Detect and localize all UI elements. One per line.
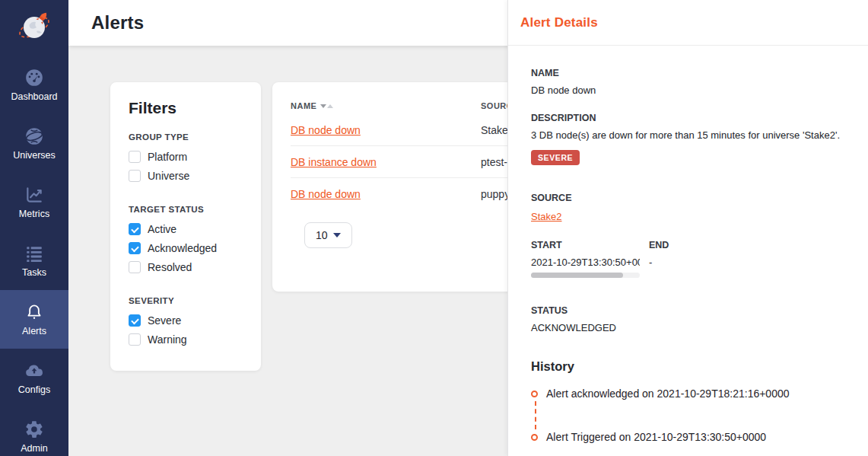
- history-item-text: Alert acknowledged on 2021-10-29T18:21:1…: [546, 387, 790, 400]
- history-item: Alert Triggered on 2021-10-29T13:30:50+0…: [531, 431, 848, 443]
- alert-name-link[interactable]: DB instance down: [291, 156, 377, 168]
- table-row[interactable]: DB instance down ptest-: [291, 146, 540, 178]
- filter-option-acknowledged[interactable]: Acknowledged: [129, 242, 243, 254]
- detail-status-value: ACKNOWLEDGED: [531, 322, 848, 333]
- alert-name-link[interactable]: DB node down: [291, 188, 361, 200]
- sidebar-item-configs[interactable]: Configs: [0, 349, 68, 407]
- column-header-name-label: NAME: [291, 101, 316, 110]
- timeline-dot-icon: [531, 391, 538, 397]
- filter-option-resolved[interactable]: Resolved: [129, 261, 243, 273]
- history-timeline: Alert acknowledged on 2021-10-29T18:21:1…: [531, 387, 848, 443]
- severity-badge: SEVERE: [531, 150, 580, 165]
- alert-details-body: NAME DB node down DESCRIPTION 3 DB node(…: [508, 46, 868, 443]
- sidebar-item-label: Alerts: [22, 326, 46, 336]
- detail-description-value: 3 DB node(s) are down for more than 15 m…: [531, 129, 848, 141]
- bell-icon: [24, 302, 44, 322]
- sidebar-item-label: Universes: [13, 150, 56, 161]
- checkbox[interactable]: [129, 223, 141, 235]
- sidebar: Dashboard Universes Metrics Tasks Alerts…: [0, 0, 68, 456]
- alert-details-panel: Alert Details NAME DB node down DESCRIPT…: [507, 0, 868, 456]
- checkbox[interactable]: [129, 314, 141, 327]
- cloud-upload-icon: [24, 361, 44, 381]
- filter-option-active[interactable]: Active: [129, 223, 243, 235]
- checkbox-label: Resolved: [148, 261, 192, 273]
- detail-name-value: DB node down: [531, 85, 848, 96]
- detail-end-value: -: [649, 257, 669, 268]
- sort-asc-icon: [327, 104, 333, 108]
- table-row[interactable]: DB node down Stake: [291, 114, 540, 146]
- sidebar-item-metrics[interactable]: Metrics: [0, 173, 68, 231]
- detail-time-row: START 2021-10-29T13:30:50+0000 END -: [531, 240, 848, 278]
- detail-end-label: END: [649, 240, 669, 250]
- sidebar-item-universes[interactable]: Universes: [0, 114, 68, 173]
- chevron-down-icon: [333, 233, 341, 238]
- checkbox-label: Active: [148, 223, 176, 235]
- checkbox[interactable]: [129, 242, 141, 254]
- checkbox-label: Severe: [148, 314, 181, 327]
- detail-status-block: STATUS ACKNOWLEDGED: [531, 305, 848, 333]
- checkbox-label: Warning: [148, 333, 187, 346]
- checkbox-label: Universe: [148, 170, 189, 182]
- detail-end-block: END -: [649, 240, 669, 278]
- sidebar-item-alerts[interactable]: Alerts: [0, 290, 68, 349]
- detail-start-block: START 2021-10-29T13:30:50+0000: [531, 240, 649, 278]
- list-icon: [24, 244, 44, 263]
- timeline-dot-icon: [531, 434, 538, 441]
- timeline-connector: [535, 401, 849, 429]
- scrollbar-thumb[interactable]: [531, 273, 623, 278]
- filter-section-severity: SEVERITY Severe Warning: [129, 296, 243, 346]
- app-logo[interactable]: [0, 0, 68, 56]
- planet-rocket-logo-icon: [14, 7, 54, 49]
- sidebar-item-label: Metrics: [19, 209, 49, 219]
- checkbox[interactable]: [129, 261, 141, 273]
- alerts-table-card: NAME SOURCE DB node down Stake DB instan…: [272, 82, 540, 292]
- line-chart-icon: [24, 185, 44, 205]
- table-header-row: NAME SOURCE: [291, 97, 540, 114]
- filter-option-warning[interactable]: Warning: [129, 333, 243, 346]
- gauge-icon: [24, 68, 44, 88]
- alert-name-link[interactable]: DB node down: [291, 124, 361, 136]
- filter-section-target-status: TARGET STATUS Active Acknowledged Resolv…: [129, 205, 243, 273]
- alert-source: ptest-: [481, 156, 507, 168]
- detail-name-label: NAME: [531, 68, 848, 78]
- page-size-dropdown[interactable]: 10: [304, 222, 352, 248]
- alert-source: puppy: [481, 188, 510, 200]
- filters-panel: Filters GROUP TYPE Platform Universe TAR…: [110, 82, 261, 371]
- detail-description-label: DESCRIPTION: [531, 113, 848, 123]
- filter-option-platform[interactable]: Platform: [129, 151, 243, 163]
- history-title: History: [531, 359, 848, 374]
- checkbox[interactable]: [129, 333, 141, 346]
- detail-status-label: STATUS: [531, 305, 848, 316]
- detail-name-block: NAME DB node down: [531, 68, 848, 96]
- page-title: Alerts: [91, 12, 144, 33]
- column-header-name[interactable]: NAME: [291, 101, 481, 110]
- filter-section-label: SEVERITY: [129, 296, 243, 305]
- horizontal-scrollbar: [531, 273, 640, 278]
- table-row[interactable]: DB node down puppy: [291, 178, 540, 210]
- history-item-text: Alert Triggered on 2021-10-29T13:30:50+0…: [546, 431, 766, 443]
- checkbox-label: Acknowledged: [148, 242, 217, 254]
- sort-desc-icon: [320, 104, 326, 108]
- sidebar-item-dashboard[interactable]: Dashboard: [0, 56, 68, 114]
- sidebar-item-label: Admin: [21, 443, 47, 454]
- checkbox[interactable]: [129, 170, 141, 182]
- detail-description-block: DESCRIPTION 3 DB node(s) are down for mo…: [531, 113, 848, 165]
- sidebar-item-label: Dashboard: [11, 91, 57, 102]
- filter-option-universe[interactable]: Universe: [129, 170, 243, 182]
- checkbox[interactable]: [129, 151, 141, 163]
- detail-start-value: 2021-10-29T13:30:50+0000: [531, 257, 640, 268]
- detail-source-label: SOURCE: [531, 193, 848, 203]
- sidebar-item-admin[interactable]: Admin: [0, 407, 68, 456]
- sort-icons: [320, 104, 333, 108]
- history-item: Alert acknowledged on 2021-10-29T18:21:1…: [531, 387, 848, 400]
- source-link[interactable]: Stake2: [531, 211, 561, 222]
- filter-option-severe[interactable]: Severe: [129, 314, 243, 327]
- detail-source-block: SOURCE Stake2: [531, 193, 848, 223]
- sidebar-item-tasks[interactable]: Tasks: [0, 231, 68, 290]
- filters-title: Filters: [129, 99, 243, 117]
- filter-section-group-type: GROUP TYPE Platform Universe: [129, 132, 243, 182]
- alert-source: Stake: [481, 124, 508, 136]
- sidebar-item-label: Configs: [18, 384, 50, 395]
- page-size-value: 10: [316, 229, 328, 241]
- alert-details-title: Alert Details: [520, 15, 598, 30]
